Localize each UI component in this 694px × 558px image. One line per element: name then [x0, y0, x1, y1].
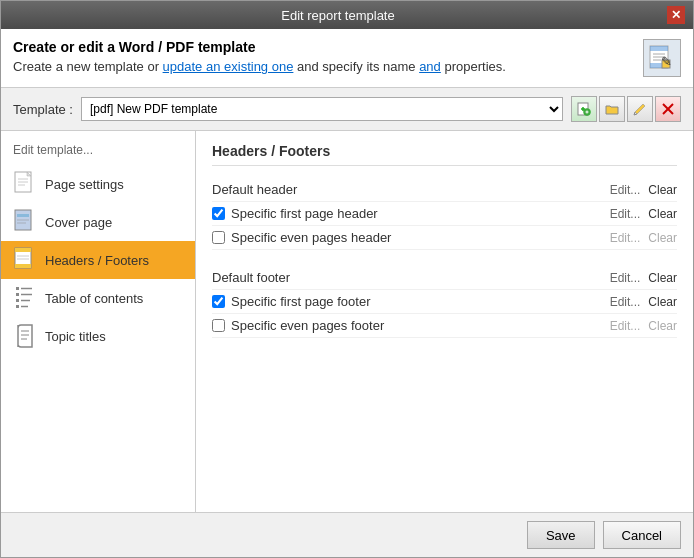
svg-rect-1 [650, 46, 668, 51]
default-footer-text: Default footer [212, 270, 290, 285]
default-header-actions: Edit... Clear [610, 183, 677, 197]
header-title: Create or edit a Word / PDF template [13, 39, 506, 55]
specific-first-page-header-text: Specific first page header [231, 206, 378, 221]
sidebar-item-label: Headers / Footers [45, 253, 149, 268]
specific-even-pages-footer-checkbox[interactable] [212, 319, 225, 332]
specific-first-page-header-clear-link[interactable]: Clear [648, 207, 677, 221]
specific-first-page-footer-actions: Edit... Clear [610, 295, 677, 309]
cover-icon [14, 209, 36, 235]
headers-icon [14, 247, 36, 273]
toolbar-buttons [571, 96, 681, 122]
title-bar: Edit report template ✕ [1, 1, 693, 29]
template-label: Template : [13, 102, 73, 117]
header-section: Create or edit a Word / PDF template Cre… [1, 29, 693, 88]
specific-first-page-footer-text: Specific first page footer [231, 294, 370, 309]
update-link[interactable]: update an existing one [163, 59, 294, 74]
template-select[interactable]: [pdf] New PDF template [81, 97, 563, 121]
document-icon: ✎ [648, 44, 676, 72]
footer-section-group: Default footer Edit... Clear Specific fi… [212, 266, 677, 338]
specific-even-pages-header-edit-link: Edit... [610, 231, 641, 245]
default-footer-actions: Edit... Clear [610, 271, 677, 285]
window-close-button[interactable]: ✕ [667, 6, 685, 24]
specific-first-page-footer-edit-link[interactable]: Edit... [610, 295, 641, 309]
svg-rect-27 [15, 248, 31, 252]
specific-first-page-header-edit-link[interactable]: Edit... [610, 207, 641, 221]
svg-rect-28 [15, 264, 31, 268]
topic-icon [14, 323, 36, 349]
main-content: Edit template... Page settings [1, 131, 693, 512]
default-header-clear-link[interactable]: Clear [648, 183, 677, 197]
headers-footers-icon [13, 248, 37, 272]
add-template-button[interactable] [571, 96, 597, 122]
sidebar-title: Edit template... [1, 139, 195, 165]
open-template-button[interactable] [599, 96, 625, 122]
svg-rect-35 [16, 299, 19, 302]
header-desc-end: properties. [441, 59, 506, 74]
svg-rect-33 [16, 293, 19, 296]
specific-even-pages-header-row: Specific even pages header Edit... Clear [212, 226, 677, 250]
specific-even-pages-footer-checkbox-item: Specific even pages footer [212, 318, 384, 333]
sidebar-item-label: Topic titles [45, 329, 106, 344]
edit-icon [633, 102, 647, 116]
specific-even-pages-header-actions: Edit... Clear [610, 231, 677, 245]
specific-even-pages-header-label: Specific even pages header [212, 230, 610, 245]
topic-titles-icon [13, 324, 37, 348]
sidebar-item-headers-footers[interactable]: Headers / Footers [1, 241, 195, 279]
template-row: Template : [pdf] New PDF template [1, 88, 693, 131]
sidebar: Edit template... Page settings [1, 131, 196, 512]
delete-template-button[interactable] [655, 96, 681, 122]
page-settings-icon [13, 172, 37, 196]
sidebar-item-topic-titles[interactable]: Topic titles [1, 317, 195, 355]
specific-even-pages-footer-edit-link: Edit... [610, 319, 641, 333]
window-title: Edit report template [9, 8, 667, 23]
sidebar-item-label: Cover page [45, 215, 112, 230]
page-icon [14, 171, 36, 197]
specific-first-page-footer-clear-link[interactable]: Clear [648, 295, 677, 309]
save-button[interactable]: Save [527, 521, 595, 549]
header-desc-after: and specify its name [293, 59, 419, 74]
and-link[interactable]: and [419, 59, 441, 74]
toc-svg-icon [14, 285, 36, 311]
default-header-text: Default header [212, 182, 297, 197]
header-description: Create a new template or update an exist… [13, 59, 506, 74]
specific-first-page-header-row: Specific first page header Edit... Clear [212, 202, 677, 226]
default-footer-edit-link[interactable]: Edit... [610, 271, 641, 285]
specific-first-page-footer-checkbox[interactable] [212, 295, 225, 308]
specific-even-pages-footer-actions: Edit... Clear [610, 319, 677, 333]
edit-template-button[interactable] [627, 96, 653, 122]
specific-first-page-header-label: Specific first page header [212, 206, 610, 221]
specific-first-page-footer-row: Specific first page footer Edit... Clear [212, 290, 677, 314]
panel-title: Headers / Footers [212, 143, 677, 166]
svg-text:✎: ✎ [661, 54, 672, 69]
content-panel: Headers / Footers Default header Edit...… [196, 131, 693, 512]
svg-rect-31 [16, 287, 19, 290]
specific-first-page-header-actions: Edit... Clear [610, 207, 677, 221]
default-footer-label: Default footer [212, 270, 610, 285]
sidebar-item-cover-page[interactable]: Cover page [1, 203, 195, 241]
delete-icon [661, 102, 675, 116]
default-header-row: Default header Edit... Clear [212, 178, 677, 202]
header-text: Create or edit a Word / PDF template Cre… [13, 39, 506, 74]
specific-even-pages-header-checkbox-item: Specific even pages header [212, 230, 391, 245]
specific-even-pages-footer-clear-link: Clear [648, 319, 677, 333]
svg-rect-23 [17, 214, 29, 217]
add-icon [577, 102, 591, 116]
specific-first-page-footer-label: Specific first page footer [212, 294, 610, 309]
header-desc-before: Create a new template or [13, 59, 163, 74]
specific-even-pages-header-clear-link: Clear [648, 231, 677, 245]
default-footer-row: Default footer Edit... Clear [212, 266, 677, 290]
sidebar-item-label: Table of contents [45, 291, 143, 306]
folder-icon [605, 102, 619, 116]
sidebar-item-table-of-contents[interactable]: Table of contents [1, 279, 195, 317]
default-header-edit-link[interactable]: Edit... [610, 183, 641, 197]
sidebar-item-label: Page settings [45, 177, 124, 192]
default-footer-clear-link[interactable]: Clear [648, 271, 677, 285]
specific-first-page-header-checkbox[interactable] [212, 207, 225, 220]
cancel-button[interactable]: Cancel [603, 521, 681, 549]
specific-even-pages-header-checkbox[interactable] [212, 231, 225, 244]
sidebar-item-page-settings[interactable]: Page settings [1, 165, 195, 203]
cover-page-icon [13, 210, 37, 234]
main-window: Edit report template ✕ Create or edit a … [0, 0, 694, 558]
specific-even-pages-footer-text: Specific even pages footer [231, 318, 384, 333]
specific-first-page-header-checkbox-item: Specific first page header [212, 206, 378, 221]
